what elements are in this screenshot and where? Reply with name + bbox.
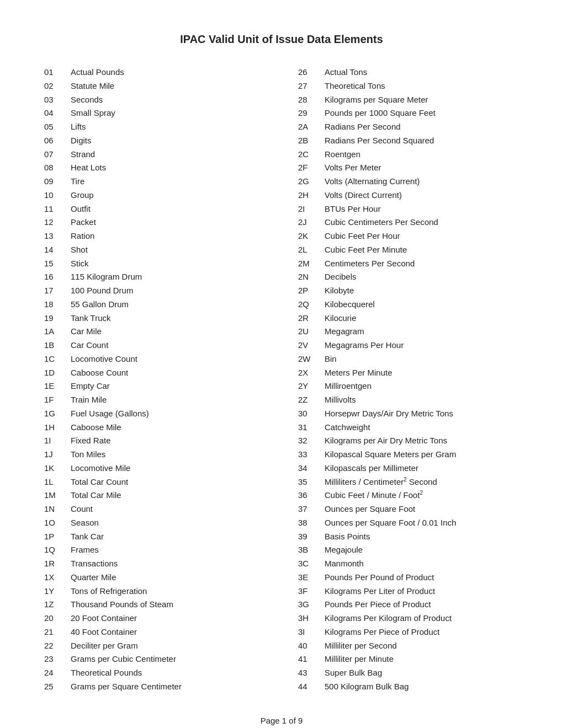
list-item: 2JCubic Centimeters Per Second <box>298 216 519 229</box>
item-label: Kilograms Per Kilogram of Product <box>325 612 452 625</box>
item-label: Tire <box>71 175 84 189</box>
left-column: 01Actual Pounds02Statute Mile03Seconds04… <box>44 66 287 694</box>
list-item: 1JTon Miles <box>44 448 265 462</box>
item-label: Cubic Feet / Minute / Foot2 <box>325 489 423 502</box>
list-item: 15Stick <box>44 257 265 271</box>
item-label: Car Mile <box>71 325 102 339</box>
item-code: 17 <box>44 284 71 298</box>
list-item: 05Lifts <box>44 120 265 134</box>
item-label: Tank Car <box>71 530 104 544</box>
item-code: 19 <box>44 312 71 325</box>
item-label: Super Bulk Bag <box>325 666 382 680</box>
list-item: 37Ounces per Square Foot <box>298 502 519 516</box>
item-label: Manmonth <box>325 557 364 571</box>
item-code: 1M <box>44 489 71 502</box>
item-label: Deciliter per Gram <box>71 639 138 653</box>
item-label: Total Car Count <box>71 475 128 489</box>
list-item: 1QFrames <box>44 543 265 557</box>
item-label: Transactions <box>71 557 118 571</box>
list-item: 1BCar Count <box>44 339 265 352</box>
list-item: 1DCaboose Count <box>44 366 265 380</box>
item-code: 03 <box>44 93 71 107</box>
item-code: 3E <box>298 571 325 585</box>
item-code: 2B <box>298 134 325 148</box>
item-code: 1J <box>44 448 71 462</box>
item-code: 2I <box>298 202 325 216</box>
item-code: 21 <box>44 625 71 639</box>
item-code: 33 <box>298 448 325 462</box>
item-code: 1E <box>44 379 71 393</box>
item-code: 1C <box>44 352 71 366</box>
item-label: Volts Per Meter <box>325 161 381 175</box>
item-label: Fuel Usage (Gallons) <box>71 407 149 421</box>
list-item: 36Cubic Feet / Minute / Foot2 <box>298 489 519 502</box>
item-label: Seconds <box>71 93 103 107</box>
list-item: 34Kilopascals per Millimeter <box>298 462 519 475</box>
item-code: 39 <box>298 530 325 544</box>
item-code: 41 <box>298 652 325 666</box>
list-item: 3GPounds Per Piece of Product <box>298 598 519 612</box>
list-item: 32Kilograms per Air Dry Metric Tons <box>298 434 519 448</box>
list-item: 31Catchweight <box>298 421 519 435</box>
list-item: 16115 Kilogram Drum <box>44 270 265 284</box>
list-item: 03Seconds <box>44 93 265 107</box>
item-code: 2F <box>298 161 325 175</box>
list-item: 1ACar Mile <box>44 325 265 339</box>
item-label: Packet <box>71 216 96 229</box>
list-item: 13Ration <box>44 229 265 243</box>
item-code: 12 <box>44 216 71 229</box>
list-item: 41Milliliter per Minute <box>298 652 519 666</box>
item-code: 08 <box>44 161 71 175</box>
item-code: 23 <box>44 652 71 666</box>
item-code: 06 <box>44 134 71 148</box>
item-label: Frames <box>71 543 99 557</box>
item-code: 1L <box>44 475 71 489</box>
item-code: 35 <box>298 475 325 489</box>
list-item: 2VMegagrams Per Hour <box>298 339 519 352</box>
list-item: 08Heat Lots <box>44 161 265 175</box>
item-label: Radians Per Second <box>325 120 401 134</box>
item-label: Shot <box>71 243 88 257</box>
list-item: 2QKilobecquerel <box>298 298 519 312</box>
item-label: Stick <box>71 257 89 271</box>
list-item: 35Milliliters / Centimeter2 Second <box>298 475 519 489</box>
list-item: 2MCentimeters Per Second <box>298 257 519 271</box>
item-label: Kilopascals per Millimeter <box>325 462 418 475</box>
list-item: 1RTransactions <box>44 557 265 571</box>
item-code: 1Y <box>44 585 71 598</box>
item-code: 18 <box>44 298 71 312</box>
item-code: 1R <box>44 557 71 571</box>
item-code: 1F <box>44 393 71 407</box>
item-code: 44 <box>298 680 325 694</box>
list-item: 2GVolts (Alternating Current) <box>298 175 519 189</box>
item-code: 02 <box>44 79 71 93</box>
item-code: 1O <box>44 516 71 530</box>
list-item: 22Deciliter per Gram <box>44 639 265 653</box>
item-code: 1P <box>44 530 71 544</box>
item-label: Milliliter per Second <box>325 639 397 653</box>
list-item: 3IKilograms Per Piece of Product <box>298 625 519 639</box>
item-label: Digits <box>71 134 92 148</box>
item-label: Small Spray <box>71 106 115 120</box>
item-label: Meters Per Minute <box>325 366 392 380</box>
item-code: 1N <box>44 502 71 516</box>
item-label: Ration <box>71 229 94 243</box>
item-label: Locomotive Mile <box>71 462 130 475</box>
page: IPAC Valid Unit of Issue Data Elements 0… <box>0 0 563 728</box>
list-item: 1XQuarter Mile <box>44 571 265 585</box>
item-code: 1K <box>44 462 71 475</box>
list-item: 2BRadians Per Second Squared <box>298 134 519 148</box>
item-code: 1B <box>44 339 71 352</box>
item-code: 2Z <box>298 393 325 407</box>
item-label: Quarter Mile <box>71 571 116 585</box>
list-item: 06Digits <box>44 134 265 148</box>
item-code: 2L <box>298 243 325 257</box>
list-item: 1CLocomotive Count <box>44 352 265 366</box>
list-item: 1KLocomotive Mile <box>44 462 265 475</box>
item-label: Grams per Square Centimeter <box>71 680 182 694</box>
item-code: 1Z <box>44 598 71 612</box>
item-code: 14 <box>44 243 71 257</box>
list-item: 2YMilliroentgen <box>298 379 519 393</box>
item-code: 2M <box>298 257 325 271</box>
item-code: 2J <box>298 216 325 229</box>
